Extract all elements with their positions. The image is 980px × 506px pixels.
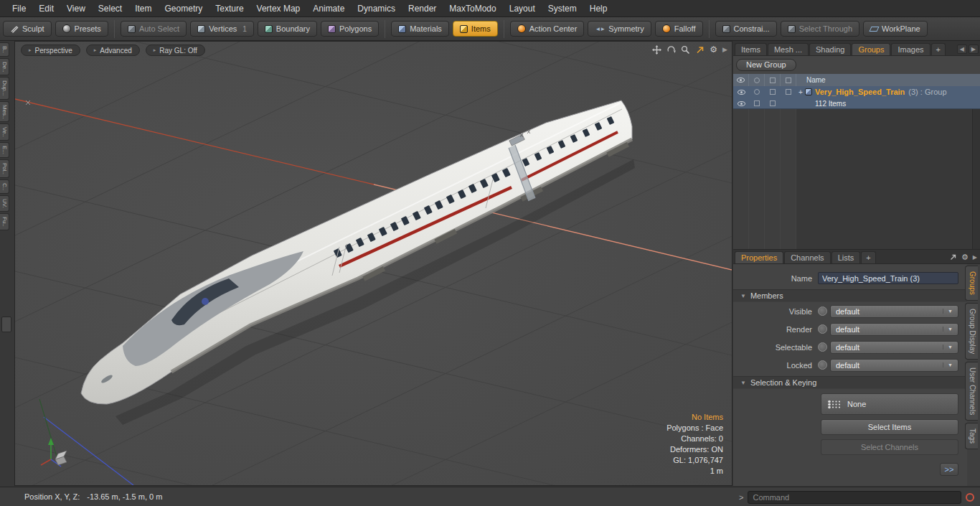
tab-channels[interactable]: Channels (784, 251, 830, 263)
presets-button[interactable]: Presets (55, 21, 108, 37)
channel-toggle-icon[interactable] (818, 324, 827, 334)
advance-icon[interactable]: ▶ (973, 254, 977, 261)
render-toggle[interactable] (765, 100, 781, 106)
workplane-button[interactable]: WorkPlane (863, 21, 928, 37)
menu-help[interactable]: Help (583, 0, 614, 17)
left-tab-deform[interactable]: De.. (0, 58, 9, 76)
tab-groups[interactable]: Groups (852, 43, 890, 55)
selection-keying-header[interactable]: ▼ Selection & Keying (733, 376, 967, 389)
side-tab-user-channels[interactable]: User Channels (965, 362, 978, 421)
vertices-button[interactable]: Vertices 1 (190, 21, 254, 37)
name-input[interactable] (818, 272, 958, 284)
render-column-header[interactable] (781, 74, 796, 86)
menu-vertex-map[interactable]: Vertex Map (250, 0, 307, 17)
locked-dropdown[interactable]: default ▼ (830, 359, 958, 372)
left-tab-mesh[interactable]: Mes.. (0, 101, 9, 123)
constraint-button[interactable]: Constrai... (715, 21, 777, 37)
render-toggle[interactable] (781, 89, 796, 95)
pan-icon[interactable] (652, 45, 661, 55)
visibility-toggle[interactable] (733, 90, 749, 95)
tree-expander[interactable]: + (796, 88, 805, 96)
side-tab-groups[interactable]: Groups (965, 266, 978, 301)
none-button[interactable]: None (821, 393, 958, 415)
menu-texture[interactable]: Texture (209, 0, 250, 17)
left-tab-edge[interactable]: E... (0, 142, 9, 158)
viewport-3d[interactable]: ▸ Perspective ▸ Advanced ▸ Ray GL: Off ⚙… (14, 41, 732, 486)
tab-lists[interactable]: Lists (831, 251, 861, 263)
visibility-column-header[interactable] (733, 74, 749, 86)
left-tab-uv[interactable]: UV. (0, 195, 9, 212)
orbit-icon[interactable] (666, 45, 676, 55)
viewport-mode-dropdown[interactable]: ▸ Perspective (21, 44, 80, 56)
select-through-button[interactable]: Select Through (781, 21, 859, 37)
raygl-dropdown[interactable]: ▸ Ray GL: Off (146, 44, 205, 56)
auto-select-button[interactable]: Auto Select (121, 21, 187, 37)
sculpt-button[interactable]: Sculpt (3, 21, 52, 37)
left-tab-curves[interactable]: C.. (0, 179, 9, 194)
select-channels-button[interactable]: Select Channels (821, 439, 958, 455)
tab-add[interactable]: + (861, 251, 875, 263)
gear-icon[interactable]: ⚙ (961, 253, 969, 262)
left-tab-vertex[interactable]: Ve.. (0, 123, 9, 141)
viewport-shading-dropdown[interactable]: ▸ Advanced (86, 44, 140, 56)
channel-toggle-icon[interactable] (818, 306, 827, 316)
command-input[interactable] (748, 491, 961, 504)
boundary-button[interactable]: Boundary (258, 21, 317, 37)
channel-toggle-icon[interactable] (818, 360, 827, 370)
select-items-button[interactable]: Select Items (821, 419, 958, 435)
menu-item[interactable]: Item (128, 0, 158, 17)
lock-toggle[interactable] (749, 100, 765, 106)
group-tree-row[interactable]: + Very_High_Speed_Train (3) : Group 112 … (733, 86, 980, 109)
palette-handle[interactable] (1, 317, 11, 332)
tab-scroll-right-icon[interactable]: ▶ (969, 44, 979, 54)
menu-geometry[interactable]: Geometry (159, 0, 209, 17)
materials-button[interactable]: Materials (391, 21, 449, 37)
side-tab-group-display[interactable]: Group Display (965, 303, 978, 360)
menu-system[interactable]: System (542, 0, 583, 17)
menu-maxtomodo[interactable]: MaxToModo (443, 0, 502, 17)
menu-dynamics[interactable]: Dynamics (351, 0, 402, 17)
viewport-3d-scene[interactable] (15, 42, 732, 485)
name-column-header[interactable]: Name (796, 76, 826, 84)
selectable-dropdown[interactable]: default ▼ (830, 341, 958, 354)
select-column-header[interactable] (749, 74, 765, 86)
tree-empty-area[interactable] (733, 109, 980, 249)
tab-add[interactable]: + (931, 43, 946, 55)
tab-items[interactable]: Items (735, 43, 767, 55)
members-section-header[interactable]: ▼ Members (733, 289, 967, 302)
tab-scroll-left-icon[interactable]: ◀ (957, 44, 967, 54)
tree-scrollbar[interactable] (972, 109, 980, 249)
tab-properties[interactable]: Properties (735, 251, 783, 263)
select-toggle[interactable] (749, 89, 765, 95)
menu-view[interactable]: View (60, 0, 92, 17)
left-tab-fusion[interactable]: Fu.. (0, 213, 9, 230)
left-tab-polygon[interactable]: Pol.. (0, 159, 9, 178)
group-name[interactable]: Very_High_Speed_Train (815, 88, 905, 96)
tab-images[interactable]: Images (891, 43, 930, 55)
zoom-icon[interactable] (681, 45, 690, 55)
menu-select[interactable]: Select (92, 0, 128, 17)
menu-file[interactable]: File (6, 0, 32, 17)
advance-icon[interactable]: ▶ (722, 44, 727, 55)
gear-icon[interactable]: ⚙ (710, 44, 717, 55)
new-group-button[interactable]: New Group (736, 59, 796, 71)
tab-mesh-ops[interactable]: Mesh ... (768, 43, 809, 55)
left-tab-basic[interactable]: B.. (0, 42, 9, 57)
menu-edit[interactable]: Edit (32, 0, 60, 17)
side-tab-tags[interactable]: Tags (965, 423, 978, 449)
symmetry-button[interactable]: ◄► Symmetry (588, 21, 651, 37)
falloff-button[interactable]: Falloff (655, 21, 703, 37)
maximize-icon[interactable] (949, 253, 957, 261)
tab-shading[interactable]: Shading (809, 43, 851, 55)
expand-panel-button[interactable]: >> (940, 463, 958, 476)
action-center-button[interactable]: Action Center (510, 21, 585, 37)
visible-dropdown[interactable]: default ▼ (830, 305, 958, 318)
channel-toggle-icon[interactable] (818, 342, 827, 352)
lock-toggle[interactable] (765, 89, 781, 95)
menu-layout[interactable]: Layout (503, 0, 542, 17)
items-button[interactable]: Items (453, 21, 498, 37)
left-tab-duplicate[interactable]: Dup... (0, 77, 9, 99)
polygons-button[interactable]: Polygons (321, 21, 379, 37)
menu-render[interactable]: Render (402, 0, 443, 17)
visibility-toggle[interactable] (733, 101, 749, 106)
